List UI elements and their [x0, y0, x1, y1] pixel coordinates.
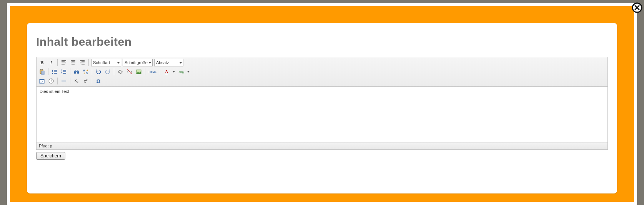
- align-right-icon: [79, 60, 85, 66]
- page-title: Inhalt bearbeiten: [36, 35, 608, 48]
- align-left-icon: [61, 60, 67, 66]
- find-button[interactable]: [73, 68, 80, 76]
- block-format-select[interactable]: Absatz: [154, 59, 183, 66]
- close-icon: [632, 2, 642, 13]
- text-color-button[interactable]: A: [163, 68, 170, 76]
- svg-point-6: [52, 73, 53, 74]
- superscript-button[interactable]: x2: [82, 77, 90, 85]
- replace-button[interactable]: A B: [82, 68, 90, 76]
- link-icon: [117, 69, 123, 75]
- svg-rect-23: [62, 81, 66, 81]
- text-color-dropdown[interactable]: [172, 68, 176, 76]
- separator: [57, 78, 58, 84]
- separator: [88, 59, 89, 66]
- find-replace-icon: A B: [83, 69, 89, 75]
- text-color-icon: A: [165, 69, 168, 75]
- redo-button[interactable]: [104, 68, 111, 76]
- svg-rect-2: [41, 69, 42, 70]
- save-button[interactable]: Speichern: [36, 152, 65, 160]
- separator: [145, 68, 145, 75]
- rich-text-editor: B I Schriftart: [36, 57, 608, 150]
- undo-icon: [95, 69, 102, 75]
- font-size-select[interactable]: Schriftgröße: [123, 59, 153, 66]
- svg-rect-13: [75, 70, 76, 71]
- svg-point-5: [52, 71, 53, 73]
- hr-icon: [61, 78, 67, 84]
- align-center-icon: [70, 60, 76, 66]
- svg-rect-12: [76, 71, 77, 72]
- editor-content-area[interactable]: Dies ist ein Text: [37, 87, 607, 142]
- svg-rect-10: [74, 71, 76, 74]
- unlink-button[interactable]: [126, 68, 133, 76]
- svg-rect-14: [78, 70, 78, 71]
- separator: [70, 78, 70, 84]
- editor-text: Dies ist ein Text: [40, 89, 69, 94]
- italic-icon: I: [50, 60, 52, 66]
- svg-rect-20: [40, 79, 44, 80]
- align-center-button[interactable]: [69, 59, 77, 66]
- font-size-label: Schriftgröße: [125, 60, 148, 65]
- editor-toolbar: B I Schriftart: [37, 57, 607, 87]
- toolbar-row-2: 1 2 3: [38, 67, 606, 76]
- undo-button[interactable]: [95, 68, 102, 76]
- italic-button[interactable]: I: [47, 59, 55, 66]
- spellcheck-icon: abc: [179, 70, 184, 74]
- path-display: Pfad: p: [39, 144, 52, 148]
- binoculars-icon: [73, 69, 80, 75]
- close-button[interactable]: [632, 2, 642, 13]
- html-icon: HTML: [149, 71, 157, 73]
- omega-icon: Ω: [97, 78, 100, 84]
- html-button[interactable]: HTML: [148, 68, 158, 76]
- bullet-list-icon: [52, 69, 58, 75]
- subscript-button[interactable]: x2: [73, 77, 80, 85]
- svg-text:B: B: [86, 72, 88, 74]
- clock-icon: [48, 78, 54, 84]
- separator: [48, 68, 48, 75]
- text-cursor: [69, 89, 69, 94]
- paste-icon: [39, 69, 45, 75]
- image-icon: [136, 69, 142, 75]
- separator: [92, 78, 92, 84]
- paste-button[interactable]: [38, 68, 46, 76]
- image-button[interactable]: [135, 68, 143, 76]
- numbered-list-icon: 1 2 3: [61, 69, 67, 75]
- special-char-button[interactable]: Ω: [95, 77, 102, 85]
- bold-button[interactable]: B: [38, 59, 46, 66]
- subscript-icon: x2: [75, 78, 78, 84]
- bullet-list-button[interactable]: [51, 68, 58, 76]
- dialog-frame: Inhalt bearbeiten B I: [10, 6, 634, 202]
- horizontal-rule-button[interactable]: [60, 77, 68, 85]
- svg-text:A: A: [83, 69, 85, 72]
- spellcheck-button[interactable]: abc: [177, 68, 185, 76]
- separator: [114, 68, 114, 75]
- font-family-select[interactable]: Schriftart: [91, 59, 121, 66]
- insert-date-button[interactable]: 17: [38, 77, 46, 85]
- unlink-icon: [126, 69, 133, 75]
- dialog-content: Inhalt bearbeiten B I: [27, 23, 617, 193]
- separator: [160, 68, 160, 75]
- numbered-list-button[interactable]: 1 2 3: [60, 68, 68, 76]
- redo-icon: [105, 69, 111, 75]
- superscript-icon: x2: [84, 78, 87, 83]
- svg-rect-11: [77, 71, 79, 74]
- separator: [92, 68, 92, 75]
- insert-time-button[interactable]: [47, 77, 55, 85]
- separator: [57, 59, 58, 66]
- link-button[interactable]: [116, 68, 124, 76]
- separator: [70, 68, 70, 75]
- calendar-icon: 17: [39, 78, 45, 84]
- svg-text:17: 17: [40, 81, 43, 83]
- block-format-label: Absatz: [156, 60, 169, 65]
- modal-dialog: Inhalt bearbeiten B I: [7, 3, 637, 205]
- align-right-button[interactable]: [78, 59, 86, 66]
- svg-point-4: [52, 70, 53, 71]
- editor-statusbar: Pfad: p: [37, 142, 607, 149]
- svg-text:3: 3: [61, 72, 62, 74]
- spellcheck-dropdown[interactable]: [186, 68, 190, 76]
- align-left-button[interactable]: [60, 59, 68, 66]
- font-family-label: Schriftart: [93, 60, 110, 65]
- toolbar-row-1: B I Schriftart: [38, 58, 606, 67]
- bold-icon: B: [40, 60, 44, 66]
- svg-point-18: [138, 71, 138, 71]
- toolbar-row-3: 17: [38, 76, 606, 86]
